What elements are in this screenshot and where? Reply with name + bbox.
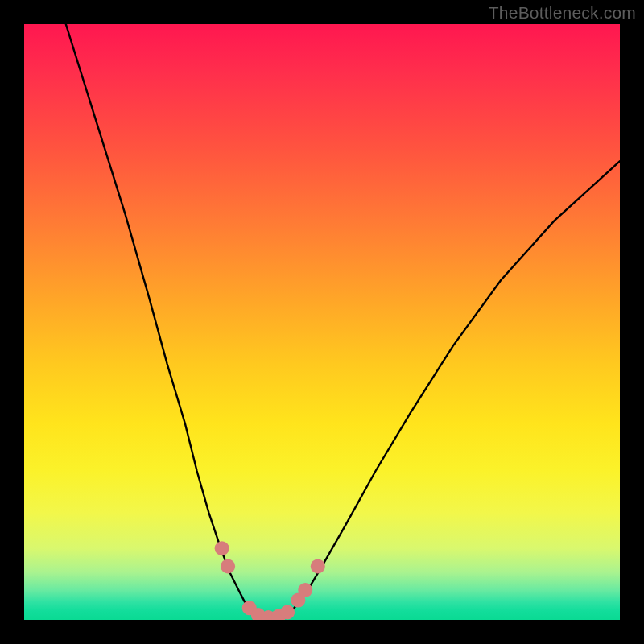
bottleneck-curve [66, 24, 620, 619]
marker-dot [311, 559, 325, 573]
data-markers [215, 541, 325, 620]
marker-dot [280, 605, 295, 619]
watermark-text: TheBottleneck.com [489, 3, 636, 23]
marker-dot [298, 583, 312, 597]
chart-svg [24, 24, 620, 620]
chart-frame: TheBottleneck.com [0, 0, 644, 644]
marker-dot [221, 559, 235, 573]
curve-path [66, 24, 620, 619]
marker-dot [215, 541, 229, 555]
plot-area [24, 24, 620, 620]
